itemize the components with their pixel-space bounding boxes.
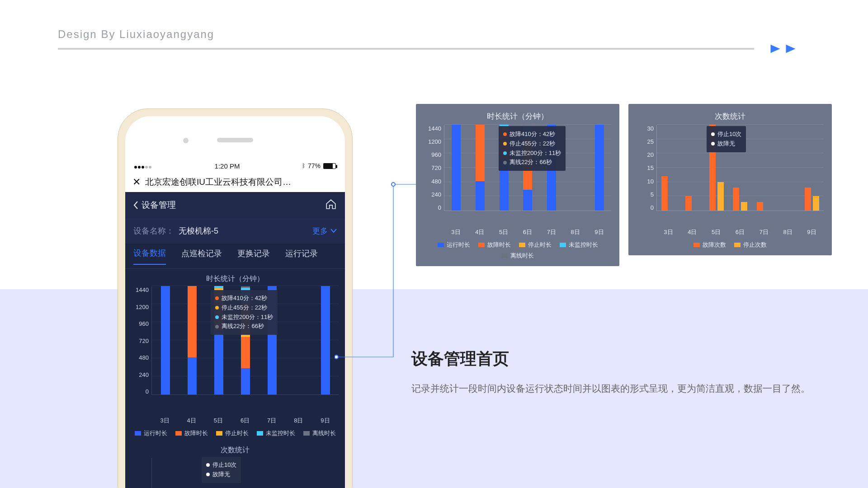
- status-time: 1:20 PM: [215, 162, 240, 170]
- legend-item: 停止时长: [519, 241, 552, 249]
- bar-segment[interactable]: [188, 357, 197, 394]
- ytick: 0: [146, 388, 149, 395]
- bar-group: [732, 188, 748, 211]
- chart-tooltip: 停止10次故障无: [707, 126, 746, 152]
- chart-legend: 运行时长故障时长停止时长未监控时长离线时长: [132, 429, 339, 437]
- bar[interactable]: [321, 286, 330, 394]
- close-button[interactable]: ✕: [132, 172, 141, 192]
- bar[interactable]: [661, 176, 668, 211]
- chart-legend: 运行时长故障时长停止时长未监控时长离线时长: [424, 241, 611, 260]
- bar[interactable]: [717, 182, 724, 211]
- ytick: 960: [139, 320, 149, 327]
- card-count-chart: 次数统计 302520151050 停止10次故障无 3日4日5日6日7日8日9…: [628, 104, 832, 255]
- bar[interactable]: [452, 125, 461, 211]
- chart-title: 次数统计: [637, 111, 824, 122]
- device-name: 无梭机棉-5: [179, 226, 218, 235]
- chart-title: 时长统计（分钟）: [132, 274, 339, 284]
- bar[interactable]: [161, 286, 170, 394]
- xtick: 5日: [499, 228, 508, 236]
- legend-item: 运行时长: [135, 429, 167, 437]
- bar-segment[interactable]: [241, 337, 250, 368]
- bar-segment[interactable]: [188, 286, 197, 357]
- legend-item: 运行时长: [438, 241, 470, 249]
- svg-point-0: [335, 355, 338, 359]
- bar-group: [756, 202, 772, 211]
- bar-segment[interactable]: [321, 286, 330, 394]
- device-label: 设备名称：: [133, 226, 174, 235]
- battery-percent: 77%: [308, 162, 321, 169]
- xtick: 7日: [267, 417, 276, 425]
- bar[interactable]: [741, 202, 747, 211]
- legend-item: 停止次数: [734, 241, 767, 249]
- ytick: 480: [431, 178, 441, 185]
- bar-group: [804, 188, 820, 211]
- legend-item: 故障时长: [478, 241, 511, 249]
- ytick: 0: [651, 204, 654, 211]
- legend-item: 故障次数: [693, 241, 726, 249]
- chart-legend: 故障次数停止次数: [637, 241, 824, 249]
- ytick: 1440: [136, 286, 149, 293]
- webview-titlebar: ✕ 北京宏途创联IU工业云科技有限公司…: [125, 172, 345, 192]
- ytick: 15: [647, 164, 654, 171]
- xtick: 8日: [571, 228, 580, 236]
- ytick: 240: [139, 371, 149, 378]
- ytick: 30: [647, 125, 654, 132]
- tab-inspection[interactable]: 点巡检记录: [181, 248, 222, 264]
- bar-segment[interactable]: [161, 286, 170, 394]
- bar-segment[interactable]: [523, 190, 532, 211]
- legend-item: 离线时长: [303, 429, 336, 437]
- bar-segment[interactable]: [595, 125, 604, 211]
- bar[interactable]: [813, 196, 819, 211]
- header-arrows-icon: [769, 42, 797, 55]
- tab-device-data[interactable]: 设备数据: [133, 248, 166, 265]
- designer-credit: Design By Liuxiaoyangyang: [58, 28, 214, 41]
- chevron-left-icon: [133, 201, 138, 209]
- ytick: 0: [438, 204, 441, 211]
- bar-group: [684, 196, 701, 211]
- chart-title: 次数统计: [132, 446, 339, 455]
- ytick: 20: [647, 151, 654, 158]
- legend-item: 故障时长: [175, 429, 208, 437]
- bar[interactable]: [685, 196, 692, 211]
- xtick: 9日: [594, 228, 604, 236]
- section-body: 记录并统计一段时间内设备运行状态时间并以图表的形式呈现，更为简洁直观，数据一目了…: [411, 380, 810, 398]
- tab-runlog[interactable]: 运行记录: [285, 248, 318, 264]
- bar[interactable]: [805, 188, 811, 211]
- status-bar: 1:20 PM ᛒ 77%: [125, 160, 345, 172]
- bar[interactable]: [733, 188, 739, 211]
- bar-segment[interactable]: [452, 125, 461, 211]
- xtick: 6日: [241, 417, 250, 425]
- ytick: 10: [647, 178, 654, 185]
- xtick: 6日: [523, 228, 532, 236]
- xtick: 6日: [736, 228, 745, 236]
- legend-item: 未监控时长: [257, 429, 295, 437]
- bar[interactable]: [595, 125, 604, 211]
- xtick: 7日: [547, 228, 556, 236]
- ytick: 720: [431, 164, 441, 171]
- header-divider: [58, 48, 754, 50]
- xtick: 8日: [783, 228, 793, 236]
- xtick: 5日: [712, 228, 721, 236]
- bar-segment[interactable]: [241, 368, 250, 394]
- bar-segment[interactable]: [214, 330, 223, 394]
- bar-segment[interactable]: [476, 125, 485, 181]
- xtick: 3日: [664, 228, 673, 236]
- bar[interactable]: [757, 202, 763, 211]
- bar[interactable]: [476, 125, 485, 211]
- legend-item: 未监控时长: [560, 241, 598, 249]
- tab-replace[interactable]: 更换记录: [237, 248, 270, 264]
- xtick: 4日: [475, 228, 484, 236]
- ytick: 1440: [428, 125, 441, 132]
- back-button[interactable]: 设备管理: [133, 199, 176, 211]
- bar[interactable]: [188, 286, 197, 394]
- legend-item: 停止时长: [216, 429, 249, 437]
- xtick: 9日: [807, 228, 816, 236]
- webview-title: 北京宏途创联IU工业云科技有限公司…: [145, 172, 291, 192]
- chart-duration: 时长统计（分钟） 144012009607204802400 故障410分：42…: [125, 269, 345, 441]
- xtick: 9日: [321, 417, 330, 425]
- ytick: 960: [431, 151, 441, 158]
- bluetooth-icon: ᛒ: [302, 163, 305, 169]
- bar-segment[interactable]: [476, 181, 485, 211]
- xtick: 8日: [294, 417, 303, 425]
- more-button[interactable]: 更多: [312, 226, 337, 236]
